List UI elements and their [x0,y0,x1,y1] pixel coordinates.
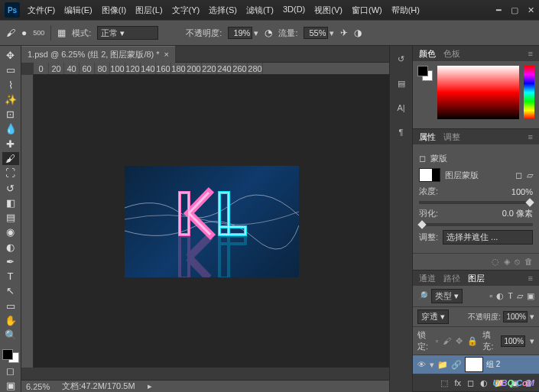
pen-tool-icon[interactable]: ✒ [2,255,19,268]
magic-wand-tool-icon[interactable]: ✨ [2,93,19,106]
lock-all-icon[interactable]: 🔒 [467,336,478,346]
delete-layer-icon[interactable]: 🗑 [524,378,533,387]
channels-tab[interactable]: 通道 [419,273,436,284]
marquee-tool-icon[interactable]: ▭ [2,63,19,76]
type-tool-icon[interactable]: T [2,270,19,283]
feather-slider[interactable] [419,223,533,226]
hand-tool-icon[interactable]: ✋ [2,314,19,327]
eyedropper-tool-icon[interactable]: 💧 [2,122,19,135]
move-tool-icon[interactable]: ✥ [2,49,19,62]
character-icon[interactable]: A| [393,99,410,116]
pressure-size-icon[interactable]: ◑ [354,28,362,38]
menu-view[interactable]: 视图(V) [314,5,343,16]
link-layers-icon[interactable]: ⬚ [440,378,448,388]
screen-mode-icon[interactable]: ▣ [2,379,19,392]
window-close-icon[interactable]: ✕ [528,5,534,15]
dodge-tool-icon[interactable]: ◐ [2,240,19,253]
menu-type[interactable]: 文字(Y) [172,5,200,16]
stamp-tool-icon[interactable]: ⛶ [2,167,19,180]
layer-opacity-dropdown-icon[interactable]: ▾ [530,312,534,322]
airbrush-icon[interactable]: ✈ [340,28,348,38]
filter-image-icon[interactable]: ▫ [489,291,492,301]
layer-filter-select[interactable]: 类型 ▾ [431,289,463,303]
zoom-tool-icon[interactable]: 🔍 [2,329,19,342]
zoom-level[interactable]: 6.25% [26,382,50,391]
history-brush-tool-icon[interactable]: ↺ [2,181,19,194]
gradient-tool-icon[interactable]: ▤ [2,211,19,224]
new-group-icon[interactable]: 📁 [494,378,505,388]
quick-mask-icon[interactable]: ◻ [2,364,19,377]
history-icon[interactable]: ↺ [393,50,410,67]
brush-preview-icon[interactable]: ● [21,28,27,38]
hue-strip[interactable] [524,66,534,119]
apply-mask-icon[interactable]: ◈ [504,257,510,267]
healing-brush-tool-icon[interactable]: ✚ [2,138,19,151]
menu-filter[interactable]: 滤镜(T) [246,5,274,16]
paragraph-icon[interactable]: ¶ [393,124,410,141]
menu-select[interactable]: 选择(S) [209,5,237,16]
density-slider[interactable] [419,201,533,204]
color-field[interactable] [437,66,519,119]
fill-input[interactable] [501,335,525,347]
lock-transparent-icon[interactable]: ▫ [436,336,439,345]
layer-mask-thumb[interactable] [465,357,483,372]
flow-dropdown-icon[interactable]: ▾ [330,28,334,38]
pixel-mask-icon[interactable]: ◻ [515,170,522,180]
swatches-tab[interactable]: 色板 [443,48,460,60]
filter-smart-icon[interactable]: ▣ [527,291,534,301]
window-minimize-icon[interactable]: ━ [496,5,502,15]
color-swatch-fgbg[interactable] [417,66,433,81]
color-swatch[interactable] [2,349,19,362]
vector-mask-icon[interactable]: ▱ [527,170,533,180]
flow-input[interactable] [304,27,328,39]
brush-panel-icon[interactable]: ▦ [57,28,66,38]
new-layer-icon[interactable]: ▣ [511,378,518,388]
shape-tool-icon[interactable]: ▭ [2,300,19,313]
properties-menu-icon[interactable]: ≡ [528,132,533,141]
density-value[interactable]: 100% [511,187,533,196]
color-tab[interactable]: 颜色 [419,48,436,60]
filter-icon[interactable]: 🔎 [417,291,428,301]
filter-type-icon[interactable]: T [508,291,513,301]
mask-thumbnail[interactable] [419,168,440,182]
load-selection-icon[interactable]: ◌ [492,257,499,267]
canvas[interactable] [34,75,389,368]
menu-edit[interactable]: 编辑(E) [64,5,93,16]
brush-size-value[interactable]: 500 [33,29,44,37]
group-fold-icon[interactable]: ▾ [430,360,434,370]
eraser-tool-icon[interactable]: ◧ [2,196,19,209]
blend-mode-layer-select[interactable]: 穿透 ▾ [417,309,449,324]
feather-value[interactable]: 0.0 像素 [502,208,533,219]
layer-opacity-input[interactable] [503,311,528,322]
tool-preset-icon[interactable]: 🖌 [6,28,15,38]
fill-dropdown-icon[interactable]: ▾ [530,336,534,346]
blend-mode-select[interactable]: 正常 ▾ [97,26,158,40]
properties-tab[interactable]: 属性 [419,131,436,143]
menu-image[interactable]: 图像(I) [102,5,126,16]
opacity-input[interactable] [228,27,252,39]
document-tab-close-icon[interactable]: × [164,50,169,59]
layers-tab[interactable]: 图层 [468,273,485,284]
delete-mask-icon[interactable]: 🗑 [524,257,533,267]
doc-info[interactable]: 文档:47.2M/170.5M [62,381,135,392]
status-dropdown-icon[interactable]: ▸ [148,381,152,391]
menu-3d[interactable]: 3D(D) [283,5,305,16]
opacity-dropdown-icon[interactable]: ▾ [254,28,258,38]
window-maximize-icon[interactable]: ▢ [511,5,518,15]
add-mask-icon[interactable]: ◻ [467,378,474,388]
disable-mask-icon[interactable]: ⦸ [515,257,520,267]
layers-menu-icon[interactable]: ≡ [528,274,533,283]
document-tab[interactable]: 1.psd @ 6.25% (组 2, 图层蒙版/8) * × [21,46,175,63]
lock-position-icon[interactable]: ✥ [456,336,463,346]
path-tool-icon[interactable]: ↖ [2,284,19,297]
menu-window[interactable]: 窗口(W) [352,5,382,16]
layer-row[interactable]: 👁 ▾ 📁 🔗 组 2 [413,355,539,374]
ruler-vertical[interactable] [21,75,34,368]
visibility-toggle-icon[interactable]: 👁 [416,360,427,369]
blur-tool-icon[interactable]: ◉ [2,225,19,238]
adjustments-tab[interactable]: 调整 [443,131,460,143]
menu-help[interactable]: 帮助(H) [391,5,420,16]
brushes-icon[interactable]: ▤ [393,75,410,92]
brush-tool-icon[interactable]: 🖌 [2,152,19,165]
add-adjustment-icon[interactable]: ◐ [480,378,488,388]
